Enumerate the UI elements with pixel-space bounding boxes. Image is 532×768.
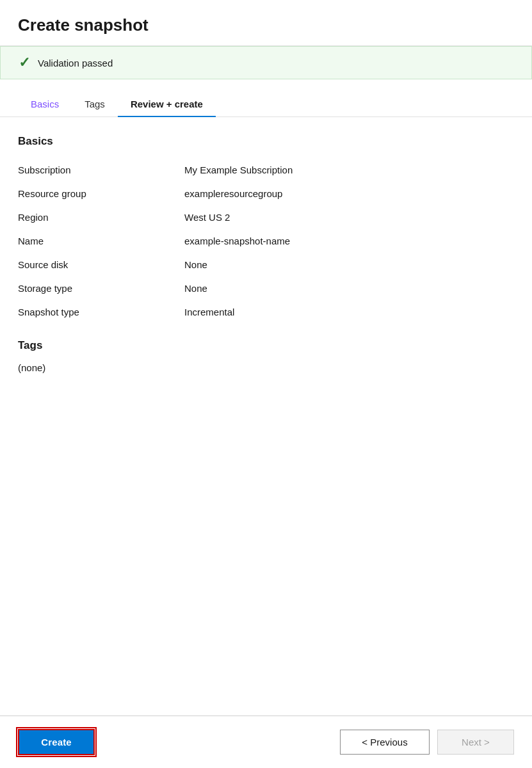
tags-section: Tags (none) [18, 339, 514, 373]
label-name: Name [18, 236, 184, 246]
value-name: example-snapshot-name [184, 236, 514, 246]
value-snapshot-type: Incremental [184, 307, 514, 317]
create-button[interactable]: Create [18, 729, 95, 755]
basics-section: Basics Subscription My Example Subscript… [18, 135, 514, 324]
field-source-disk: Source disk None [18, 253, 514, 276]
page-header: Create snapshot [0, 0, 532, 46]
tags-section-title: Tags [18, 339, 514, 352]
value-source-disk: None [184, 259, 514, 270]
validation-banner: ✓ Validation passed [0, 46, 532, 79]
footer: Create < Previous Next > [0, 716, 532, 768]
page-container: Create snapshot ✓ Validation passed Basi… [0, 0, 532, 768]
label-storage-type: Storage type [18, 283, 184, 294]
tab-tags[interactable]: Tags [72, 92, 118, 117]
value-storage-type: None [184, 283, 514, 294]
page-title: Create snapshot [18, 15, 514, 35]
field-resource-group: Resource group exampleresourcegroup [18, 182, 514, 205]
field-region: Region West US 2 [18, 205, 514, 229]
value-subscription: My Example Subscription [184, 164, 514, 175]
label-resource-group: Resource group [18, 188, 184, 199]
label-subscription: Subscription [18, 164, 184, 175]
value-region: West US 2 [184, 212, 514, 223]
tab-review-create[interactable]: Review + create [118, 92, 216, 117]
tab-basics[interactable]: Basics [18, 92, 72, 117]
validation-text: Validation passed [38, 58, 113, 68]
tabs-container: Basics Tags Review + create [0, 79, 532, 117]
previous-button[interactable]: < Previous [340, 730, 430, 755]
label-snapshot-type: Snapshot type [18, 307, 184, 317]
field-name: Name example-snapshot-name [18, 229, 514, 253]
value-resource-group: exampleresourcegroup [184, 188, 514, 199]
field-subscription: Subscription My Example Subscription [18, 158, 514, 182]
main-content: Basics Subscription My Example Subscript… [0, 117, 532, 716]
basics-section-title: Basics [18, 135, 514, 148]
label-region: Region [18, 212, 184, 223]
field-snapshot-type: Snapshot type Incremental [18, 300, 514, 324]
tags-none-value: (none) [18, 362, 514, 373]
next-button: Next > [437, 730, 514, 755]
check-icon: ✓ [19, 56, 30, 70]
label-source-disk: Source disk [18, 259, 184, 270]
field-storage-type: Storage type None [18, 276, 514, 300]
